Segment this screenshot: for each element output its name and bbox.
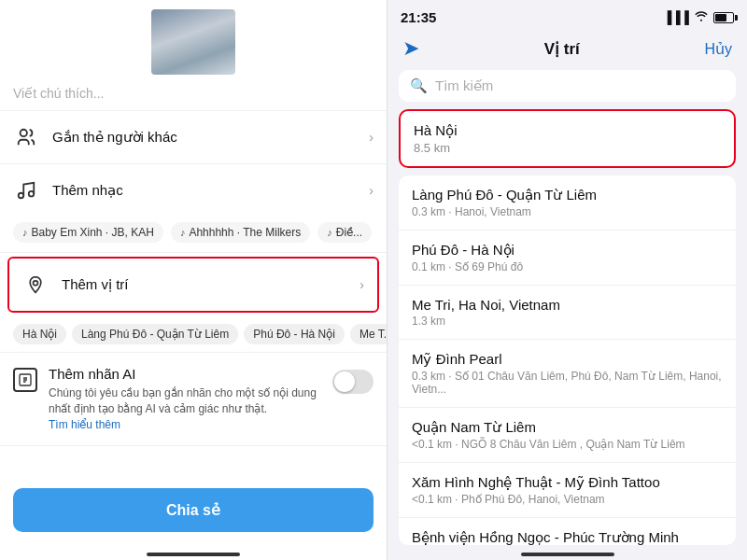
location-tag-2[interactable]: Phú Đô - Hà Nội <box>244 324 345 344</box>
ai-icon <box>13 368 37 392</box>
status-icons: ▐▐▐ <box>663 10 734 24</box>
location-tag-3[interactable]: Me T... <box>350 324 387 344</box>
share-btn-area: Chia sẻ <box>0 475 387 545</box>
search-box[interactable]: 🔍 Tìm kiếm <box>399 70 736 102</box>
caption-input[interactable]: Viết chú thích... <box>0 80 387 110</box>
add-location-item[interactable]: Thêm vị trí › <box>7 257 379 313</box>
home-bar-left <box>147 553 240 556</box>
location-row-5[interactable]: Xăm Hình Nghệ Thuật - Mỹ Đình Tattoo <0.… <box>399 463 736 518</box>
ai-learn-more-link[interactable]: Tìm hiểu thêm <box>49 418 120 431</box>
nav-bar: ➤ Vị trí Hủy <box>388 29 747 70</box>
music-tag-label-0: Baby Em Xinh · JB, KAH <box>32 226 154 239</box>
selected-location-name: Hà Nội <box>414 122 721 139</box>
music-tag-2[interactable]: ♪ Điề... <box>317 222 372 243</box>
location-row-sub-3: 0.3 km · Số 01 Châu Văn Liêm, Phú Đô, Na… <box>412 370 723 396</box>
location-row-name-4: Quận Nam Từ Liêm <box>412 419 723 436</box>
music-tag-0[interactable]: ♪ Baby Em Xinh · JB, KAH <box>13 222 163 243</box>
location-row-1[interactable]: Phú Đô - Hà Nội 0.1 km · Số 69 Phú đô <box>399 231 736 286</box>
ai-label-desc: Chúng tôi yêu cầu bạn gắn nhãn cho một s… <box>49 385 321 432</box>
status-bar: 21:35 ▐▐▐ <box>388 0 747 29</box>
location-tag-1[interactable]: Làng Phú Đô - Quận Từ Liêm <box>72 324 238 344</box>
add-music-item[interactable]: Thêm nhạc › <box>0 164 387 217</box>
image-area <box>0 0 387 80</box>
location-row-name-5: Xăm Hình Nghệ Thuật - Mỹ Đình Tattoo <box>412 474 723 491</box>
location-row-sub-0: 0.3 km · Hanoi, Vietnam <box>412 205 723 218</box>
post-thumbnail <box>151 9 235 75</box>
tag-people-item[interactable]: Gắn thẻ người khác › <box>0 111 387 164</box>
add-music-chevron: › <box>369 183 374 198</box>
ai-toggle[interactable] <box>332 370 374 394</box>
nav-title: Vị trí <box>544 39 580 59</box>
svg-point-0 <box>21 130 27 136</box>
add-location-label: Thêm vị trí <box>62 276 359 293</box>
left-panel: Viết chú thích... Gắn thẻ người khác › T… <box>0 0 388 560</box>
add-music-icon <box>13 177 39 203</box>
battery-icon <box>713 12 734 23</box>
location-row-sub-1: 0.1 km · Số 69 Phú đô <box>412 260 723 273</box>
location-tags-row: Hà Nội Làng Phú Đô - Quận Từ Liêm Phú Đô… <box>0 316 387 353</box>
selected-location-dist: 8.5 km <box>414 141 721 155</box>
music-tag-icon-2: ♪ <box>327 227 332 238</box>
location-row-0[interactable]: Làng Phú Đô - Quận Từ Liêm 0.3 km · Hano… <box>399 175 736 231</box>
location-row-3[interactable]: Mỹ Đình Pearl 0.3 km · Số 01 Châu Văn Li… <box>399 340 736 408</box>
music-tag-label-1: Ahhhhhh · The Milkers <box>189 226 301 239</box>
signal-icon: ▐▐▐ <box>663 10 689 24</box>
wifi-icon <box>694 10 709 24</box>
location-tag-0[interactable]: Hà Nội <box>13 324 66 344</box>
location-row-sub-4: <0.1 km · NGÕ 8 Châu Văn Liêm , Quận Nam… <box>412 438 723 451</box>
tag-people-label: Gắn thẻ người khác <box>52 129 369 146</box>
ai-toggle-knob <box>334 371 355 392</box>
location-list: Làng Phú Đô - Quận Từ Liêm 0.3 km · Hano… <box>399 175 736 545</box>
svg-point-2 <box>29 191 35 197</box>
ai-text-block: Thêm nhãn AI Chúng tôi yêu cầu bạn gắn n… <box>49 366 321 432</box>
location-row-2[interactable]: Me Tri, Ha Noi, Vietnam 1.3 km <box>399 286 736 340</box>
home-indicator-right <box>388 545 747 560</box>
svg-point-3 <box>34 281 38 286</box>
nav-location-arrow[interactable]: ➤ <box>402 36 419 61</box>
location-row-sub-5: <0.1 km · Phố Phú Đô, Hanoi, Vietnam <box>412 493 723 506</box>
location-row-sub-2: 1.3 km <box>412 315 723 328</box>
share-button[interactable]: Chia sẻ <box>13 488 374 532</box>
music-tag-icon-1: ♪ <box>180 227 186 238</box>
music-tag-1[interactable]: ♪ Ahhhhhh · The Milkers <box>171 222 310 243</box>
add-location-icon <box>22 272 49 298</box>
caption-placeholder: Viết chú thích... <box>13 86 104 101</box>
status-time: 21:35 <box>401 9 436 25</box>
tag-people-icon <box>13 124 39 150</box>
location-row-6[interactable]: Bệnh viện Hồng Ngọc - Phúc Trường Minh 0… <box>399 518 736 545</box>
selected-location-item[interactable]: Hà Nội 8.5 km <box>399 109 736 168</box>
home-indicator-left <box>0 545 387 560</box>
location-row-name-1: Phú Đô - Hà Nội <box>412 242 723 259</box>
location-row-name-0: Làng Phú Đô - Quận Từ Liêm <box>412 187 723 203</box>
music-tags-row: ♪ Baby Em Xinh · JB, KAH ♪ Ahhhhhh · The… <box>0 217 387 253</box>
add-location-chevron: › <box>359 277 364 292</box>
location-row-4[interactable]: Quận Nam Từ Liêm <0.1 km · NGÕ 8 Châu Vă… <box>399 408 736 463</box>
music-tag-label-2: Điề... <box>336 226 362 239</box>
tag-people-chevron: › <box>369 130 374 145</box>
search-icon: 🔍 <box>410 77 428 94</box>
right-panel: 21:35 ▐▐▐ ➤ Vị trí Hủy 🔍 Tìm kiếm Hà Nội <box>388 0 747 560</box>
ai-label-section: Thêm nhãn AI Chúng tôi yêu cầu bạn gắn n… <box>0 353 387 446</box>
search-area: 🔍 Tìm kiếm <box>388 70 747 109</box>
location-row-name-6: Bệnh viện Hồng Ngọc - Phúc Trường Minh <box>412 529 723 545</box>
location-row-name-3: Mỹ Đình Pearl <box>412 351 723 368</box>
svg-point-1 <box>19 193 24 199</box>
home-bar-right <box>521 553 614 556</box>
add-music-label: Thêm nhạc <box>52 182 369 199</box>
music-tag-icon-0: ♪ <box>22 227 28 238</box>
ai-label-title: Thêm nhãn AI <box>49 366 321 382</box>
thumbnail-image <box>151 9 235 75</box>
nav-cancel-button[interactable]: Hủy <box>704 40 732 58</box>
search-placeholder: Tìm kiếm <box>435 77 493 94</box>
location-row-name-2: Me Tri, Ha Noi, Vietnam <box>412 297 723 313</box>
